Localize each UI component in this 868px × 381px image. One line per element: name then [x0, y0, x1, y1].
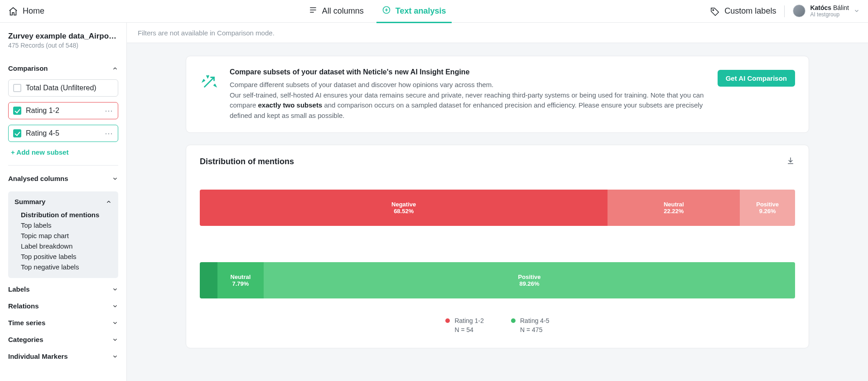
- magic-wand-icon: [200, 73, 219, 93]
- subset-label: Rating 4-5: [26, 129, 100, 137]
- plus-circle-icon: [382, 5, 391, 17]
- segment-negative[interactable]: Negative68.52%: [200, 190, 608, 226]
- summary-item-1[interactable]: Top labels: [21, 221, 112, 229]
- chevron-down-icon: [112, 176, 118, 182]
- chevron-down-icon: [112, 320, 118, 326]
- summary-heading[interactable]: Summary: [14, 198, 112, 205]
- custom-labels-text: Custom labels: [724, 6, 776, 16]
- svg-point-1: [713, 9, 714, 10]
- tab-text-analysis[interactable]: Text analysis: [382, 0, 446, 23]
- download-icon[interactable]: [786, 156, 795, 167]
- summary-item-3[interactable]: Label breakdown: [21, 242, 112, 250]
- bar-rating-1-2: Negative68.52%Neutral22.22%Positive9.26%: [200, 190, 795, 226]
- user-menu[interactable]: Katócs Bálint AI testgroup: [793, 5, 860, 18]
- segment-neutral[interactable]: Neutral22.22%: [608, 190, 740, 226]
- chevron-down-icon: [112, 353, 118, 360]
- more-icon[interactable]: ⋯: [105, 129, 113, 137]
- legend-item-0: Rating 1-2N = 54: [445, 317, 484, 334]
- dataset-title: Zurvey example data_Airport …: [8, 32, 118, 41]
- tab-label: All columns: [322, 6, 364, 16]
- topbar: Home All columns Text analysis Custom la…: [0, 0, 868, 23]
- nav-labels[interactable]: Labels: [8, 281, 118, 298]
- user-info: Katócs Bálint AI testgroup: [810, 5, 849, 18]
- summary-item-0[interactable]: Distribution of mentions: [21, 211, 112, 219]
- list-icon: [309, 5, 318, 17]
- summary-section: Summary Distribution of mentionsTop labe…: [8, 191, 118, 278]
- chevron-down-icon: [112, 337, 118, 343]
- tag-icon: [710, 6, 720, 16]
- content-area: Filters are not available in Comparison …: [127, 23, 868, 381]
- ai-insight-banner: Compare subsets of your dataset with Net…: [186, 56, 809, 133]
- avatar: [793, 5, 805, 17]
- tab-all-columns[interactable]: All columns: [309, 0, 364, 23]
- more-icon[interactable]: ⋯: [105, 107, 113, 115]
- summary-item-4[interactable]: Top positive labels: [21, 253, 112, 260]
- bar-rating-4-5: Neutral7.79%Positive89.26%: [200, 262, 795, 298]
- chevron-down-icon: [112, 303, 118, 309]
- card-title: Distribution of mentions: [200, 157, 294, 166]
- banner-title: Compare subsets of your dataset with Net…: [230, 68, 707, 76]
- segment-positive[interactable]: Positive89.26%: [264, 262, 795, 298]
- subset-label: Rating 1-2: [26, 107, 100, 115]
- add-subset-button[interactable]: + Add new subset: [8, 148, 118, 156]
- swatch-icon: [511, 318, 516, 323]
- summary-item-2[interactable]: Topic map chart: [21, 232, 112, 239]
- banner-text: Compare different subsets of your datase…: [230, 80, 707, 121]
- chevron-up-icon: [106, 199, 112, 205]
- home-icon[interactable]: [8, 6, 18, 16]
- nav-relations[interactable]: Relations: [8, 298, 118, 314]
- checkbox[interactable]: [13, 107, 21, 115]
- swatch-icon: [445, 318, 450, 323]
- analysed-columns-heading[interactable]: Analysed columns: [8, 170, 118, 187]
- get-ai-comparison-button[interactable]: Get AI Comparison: [718, 70, 795, 87]
- dataset-subtitle: 475 Records (out of 548): [8, 42, 118, 49]
- stacked-bar-chart: Negative68.52%Neutral22.22%Positive9.26%…: [200, 190, 795, 298]
- summary-item-5[interactable]: Top negative labels: [21, 263, 112, 271]
- tab-label: Text analysis: [395, 6, 446, 16]
- chart-legend: Rating 1-2N = 54 Rating 4-5N = 475: [200, 317, 795, 334]
- subset-1[interactable]: Rating 1-2 ⋯: [8, 102, 118, 119]
- subset-label: Total Data (Unfiltered): [26, 84, 113, 92]
- chevron-up-icon: [112, 65, 118, 72]
- checkbox[interactable]: [13, 129, 21, 137]
- chevron-down-icon: [112, 286, 118, 293]
- nav-individual-markers[interactable]: Individual Markers: [8, 348, 118, 365]
- home-link[interactable]: Home: [23, 6, 44, 16]
- distribution-card: Distribution of mentions Negative68.52%N…: [186, 145, 809, 348]
- nav-categories[interactable]: Categories: [8, 331, 118, 348]
- segment-neutral[interactable]: Neutral7.79%: [217, 262, 264, 298]
- filters-disabled-note: Filters are not available in Comparison …: [127, 23, 868, 43]
- custom-labels-button[interactable]: Custom labels: [710, 6, 776, 16]
- sidebar: Zurvey example data_Airport … 475 Record…: [0, 23, 127, 381]
- subset-0[interactable]: Total Data (Unfiltered): [8, 79, 118, 97]
- chevron-down-icon: [854, 8, 860, 14]
- legend-item-1: Rating 4-5N = 475: [511, 317, 550, 334]
- segment-positive[interactable]: Positive9.26%: [740, 190, 795, 226]
- divider: [8, 165, 118, 166]
- segment-negative[interactable]: [200, 262, 217, 298]
- checkbox[interactable]: [13, 84, 21, 92]
- comparison-heading[interactable]: Comparison: [8, 63, 118, 74]
- subset-2[interactable]: Rating 4-5 ⋯: [8, 125, 118, 142]
- nav-time-series[interactable]: Time series: [8, 314, 118, 331]
- vertical-divider: [784, 5, 785, 17]
